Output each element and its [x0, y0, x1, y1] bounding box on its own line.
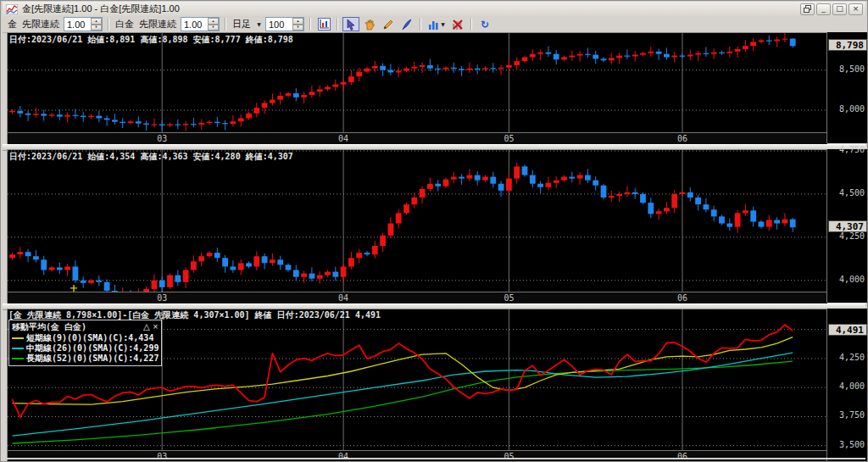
month-tick-label: 04 — [338, 293, 348, 303]
yaxis-tick-label: 4,250 — [839, 353, 865, 362]
gold-multiplier-input[interactable]: 1.00 ▲ ▼ — [64, 17, 103, 31]
toolbar-separator — [225, 18, 226, 31]
spin-up-icon[interactable]: ▲ — [91, 18, 102, 25]
spin-down-icon[interactable]: ▼ — [91, 25, 102, 31]
sma9-swatch — [12, 337, 24, 339]
pencil-icon — [382, 19, 394, 31]
cascade-window-button[interactable] — [800, 3, 815, 15]
platinum-chart-plot[interactable] — [7, 149, 827, 292]
month-tick-label: 03 — [157, 134, 167, 143]
title-bar[interactable]: 金[先限連続]1.00 - 白金[先限連続]1.00 _ □ × — [3, 2, 865, 16]
platinum-chart-xaxis: 03040506 — [7, 292, 827, 303]
cascade-window-icon — [804, 5, 811, 13]
platinum-symbol-label: 白金 — [115, 18, 134, 31]
gold-chart-xaxis: 03040506 — [7, 132, 827, 144]
month-tick-label: 05 — [504, 452, 514, 461]
yaxis-tick-label: 8,000 — [839, 104, 865, 114]
month-tick-label: 06 — [677, 293, 687, 303]
month-tick-label: 06 — [677, 452, 687, 461]
spread-chart-yaxis[interactable]: 4,5004,2504,0003,7503,5004,491 — [826, 309, 868, 461]
spin-down-icon[interactable]: ▼ — [208, 25, 219, 31]
period-count-input[interactable]: 100 ▲ ▼ — [265, 17, 304, 31]
spread-chart-xaxis: 03040506 — [7, 450, 827, 462]
gold-multiplier-value: 1.00 — [67, 19, 89, 30]
platinum-multiplier-input[interactable]: 1.00 ▲ ▼ — [181, 17, 220, 31]
spin-up-icon[interactable]: ▲ — [208, 18, 219, 25]
period-dropdown-button[interactable]: ▼ — [254, 17, 263, 31]
clear-chart-icon — [452, 19, 464, 31]
period-count-spinner: ▲ ▼ — [292, 18, 303, 31]
gold-chart-yaxis[interactable]: 8,5008,0008,798 — [826, 32, 868, 143]
month-tick-label: 05 — [504, 293, 514, 303]
toolbar-separator — [309, 18, 311, 31]
yaxis-tick-label: 8,500 — [839, 64, 865, 74]
platinum-multiplier-spinner: ▲ ▼ — [208, 18, 219, 31]
period-count-value: 100 — [269, 19, 291, 30]
platinum-series-label: 先限連続 — [139, 18, 176, 31]
app-chart-icon — [6, 4, 18, 14]
toolbar-separator — [337, 18, 338, 31]
window-title: 金[先限連続]1.00 - 白金[先限連続]1.00 — [22, 3, 180, 15]
last-price-marker: 4,307 — [828, 220, 867, 232]
application-window: 金[先限連続]1.00 - 白金[先限連続]1.00 _ □ × 金 先限連続 … — [0, 0, 868, 462]
quill-pen-icon — [401, 19, 413, 31]
maximize-button[interactable]: □ — [832, 3, 847, 15]
gold-chart-plot[interactable] — [7, 32, 827, 133]
last-price-marker: 8,798 — [828, 39, 867, 51]
platinum-chart-yaxis[interactable]: 4,7504,5004,2504,0004,307 — [826, 149, 868, 303]
month-tick-label: 06 — [677, 134, 687, 143]
pan-hand-icon — [364, 19, 376, 31]
pencil-tool-button[interactable] — [380, 17, 397, 31]
select-arrow-icon — [346, 19, 356, 31]
month-tick-label: 03 — [157, 293, 167, 303]
month-tick-label: 04 — [338, 452, 348, 461]
toolbar-separator — [108, 18, 109, 31]
legend-collapse-icon[interactable]: △ — [142, 323, 151, 331]
toolbar: 金 先限連続 1.00 ▲ ▼ 白金 先限連続 1.00 ▲ ▼ 日足 ▼ 10… — [3, 16, 865, 33]
gold-series-label: 先限連続 — [22, 18, 59, 31]
axis-scale-icon — [318, 18, 331, 31]
refresh-button[interactable]: ↻ — [476, 17, 493, 31]
select-tool-button[interactable] — [342, 17, 359, 31]
chevron-down-icon: ▼ — [257, 21, 261, 27]
refresh-icon: ↻ — [481, 19, 489, 30]
platinum-multiplier-value: 1.00 — [184, 19, 206, 30]
month-tick-label: 03 — [157, 452, 167, 461]
month-tick-label: 05 — [504, 134, 514, 143]
gold-chart-header: 日付:2023/06/21 始値:8,891 高値:8,898 安値:8,777… — [9, 34, 293, 46]
yaxis-tick-label: 4,500 — [839, 188, 865, 198]
clear-chart-button[interactable] — [449, 17, 466, 31]
pan-tool-button[interactable] — [361, 17, 378, 31]
window-bottom-edge — [3, 458, 865, 459]
axis-scale-tool-button[interactable] — [315, 17, 332, 31]
last-price-marker: 4,491 — [828, 324, 867, 336]
yaxis-tick-label: 3,500 — [839, 440, 865, 449]
bar-chart-icon — [428, 19, 440, 31]
sma52-swatch — [12, 358, 24, 359]
month-tick-label: 04 — [338, 134, 348, 143]
legend-close-icon[interactable]: × — [153, 323, 159, 331]
yaxis-tick-label: 4,000 — [839, 381, 865, 391]
legend-item-sma52: 長期線(52)(0)(SMA)(C):4,227 — [12, 353, 159, 364]
spin-down-icon[interactable]: ▼ — [292, 25, 303, 31]
period-type-label: 日足 — [232, 18, 251, 31]
yaxis-tick-label: 4,250 — [839, 231, 865, 241]
toolbar-separator — [470, 18, 472, 31]
yaxis-tick-label: 4,750 — [839, 145, 865, 154]
yaxis-tick-label: 3,750 — [839, 410, 865, 420]
legend-title: 移動平均(金 白金) — [12, 321, 86, 333]
spin-up-icon[interactable]: ▲ — [292, 18, 303, 25]
toolbar-separator — [420, 18, 421, 31]
sma26-swatch — [12, 348, 24, 349]
gold-symbol-label: 金 — [8, 18, 17, 31]
chart-type-button[interactable]: ▼ — [426, 17, 448, 31]
minimize-button[interactable]: _ — [816, 3, 831, 15]
gold-multiplier-spinner: ▲ ▼ — [91, 18, 102, 31]
quill-tool-button[interactable] — [398, 17, 415, 31]
platinum-chart-header: 日付:2023/06/21 始値:4,354 高値:4,363 安値:4,280… — [9, 151, 293, 163]
yaxis-tick-label: 4,000 — [839, 275, 865, 284]
close-button[interactable]: × — [849, 3, 863, 15]
chevron-down-icon: ▼ — [441, 21, 445, 27]
moving-average-legend: 移動平均(金 白金) △ × 短期線(9)(0)(SMA)(C):4,434 中… — [8, 320, 162, 366]
